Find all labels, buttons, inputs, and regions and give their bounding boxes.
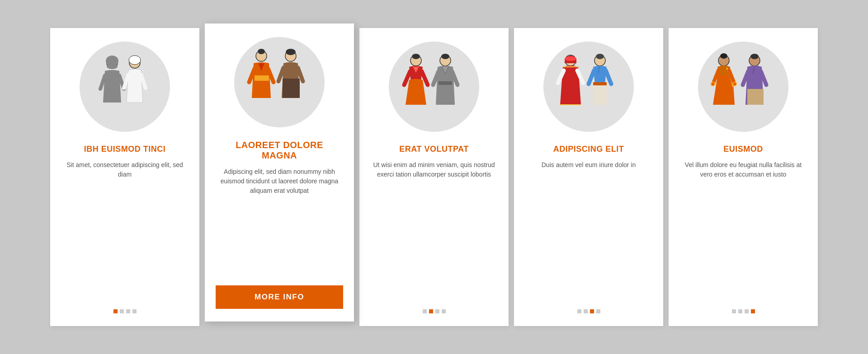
card-4-image bbox=[543, 42, 634, 132]
svg-point-29 bbox=[565, 56, 576, 61]
svg-rect-16 bbox=[283, 79, 300, 98]
svg-point-6 bbox=[129, 56, 141, 65]
svg-point-2 bbox=[107, 64, 118, 69]
dot bbox=[120, 309, 124, 313]
card-3-body: Ut wisi enim ad minim veniam, quis nostr… bbox=[370, 160, 498, 298]
card-5-dots bbox=[732, 309, 755, 313]
dot bbox=[584, 309, 588, 313]
card-3-dots bbox=[423, 309, 446, 313]
card-3-title: ERAT VOLUTPAT bbox=[399, 144, 469, 154]
svg-rect-25 bbox=[439, 81, 452, 85]
card-2-body: Adipiscing elit, sed diam nonummy nibh e… bbox=[216, 167, 343, 275]
svg-point-35 bbox=[596, 54, 604, 59]
card-2-image bbox=[234, 37, 325, 127]
cards-container: IBH EUISMOD TINCI Sit amet, consectetuer… bbox=[32, 14, 836, 340]
dot bbox=[442, 309, 446, 313]
card-1-title: IBH EUISMOD TINCI bbox=[84, 144, 166, 154]
svg-rect-37 bbox=[593, 82, 607, 85]
more-info-button[interactable]: MORE INFO bbox=[216, 285, 343, 309]
dot bbox=[126, 309, 130, 313]
card-1: IBH EUISMOD TINCI Sit amet, consectetuer… bbox=[50, 28, 199, 326]
card-3-image bbox=[389, 42, 479, 132]
card-4-title: ADIPISCING ELIT bbox=[553, 144, 624, 154]
dot bbox=[113, 309, 118, 313]
card-1-image bbox=[80, 42, 170, 132]
card-4-body: Duis autem vel eum iriure dolor in bbox=[542, 160, 636, 298]
svg-point-42 bbox=[720, 53, 727, 59]
dot bbox=[132, 309, 137, 313]
dot bbox=[429, 309, 433, 313]
svg-rect-36 bbox=[593, 83, 607, 105]
svg-rect-11 bbox=[255, 75, 269, 81]
dot bbox=[423, 309, 427, 313]
card-4-dots bbox=[577, 309, 600, 313]
svg-line-39 bbox=[589, 70, 594, 84]
svg-line-40 bbox=[606, 70, 611, 84]
dot bbox=[577, 309, 581, 313]
svg-point-24 bbox=[441, 54, 449, 59]
svg-point-10 bbox=[258, 49, 265, 54]
card-3: ERAT VOLUTPAT Ut wisi enim ad minim veni… bbox=[359, 28, 509, 326]
card-1-body: Sit amet, consectetuer adipiscing elit, … bbox=[61, 160, 189, 298]
dot bbox=[732, 309, 736, 313]
dot bbox=[435, 309, 439, 313]
card-5-body: Vel illum dolore eu feugiat nulla facili… bbox=[679, 160, 807, 298]
card-4: ADIPISCING ELIT Duis autem vel eum iriur… bbox=[514, 28, 663, 326]
card-2: LAOREET DOLORE MAGNA Adipiscing elit, se… bbox=[205, 23, 354, 321]
svg-point-20 bbox=[412, 54, 420, 59]
dot bbox=[745, 309, 749, 313]
svg-point-48 bbox=[750, 54, 759, 59]
dot bbox=[751, 309, 755, 313]
card-5-title: EUISMOD bbox=[723, 144, 763, 154]
svg-rect-50 bbox=[747, 89, 764, 105]
card-2-title: LAOREET DOLORE MAGNA bbox=[236, 140, 323, 161]
dot bbox=[738, 309, 742, 313]
card-5-image bbox=[698, 42, 788, 132]
card-1-dots bbox=[113, 309, 137, 313]
svg-point-15 bbox=[286, 49, 296, 55]
card-5: EUISMOD Vel illum dolore eu feugiat null… bbox=[669, 28, 818, 326]
dot bbox=[590, 309, 594, 313]
dot bbox=[596, 309, 600, 313]
